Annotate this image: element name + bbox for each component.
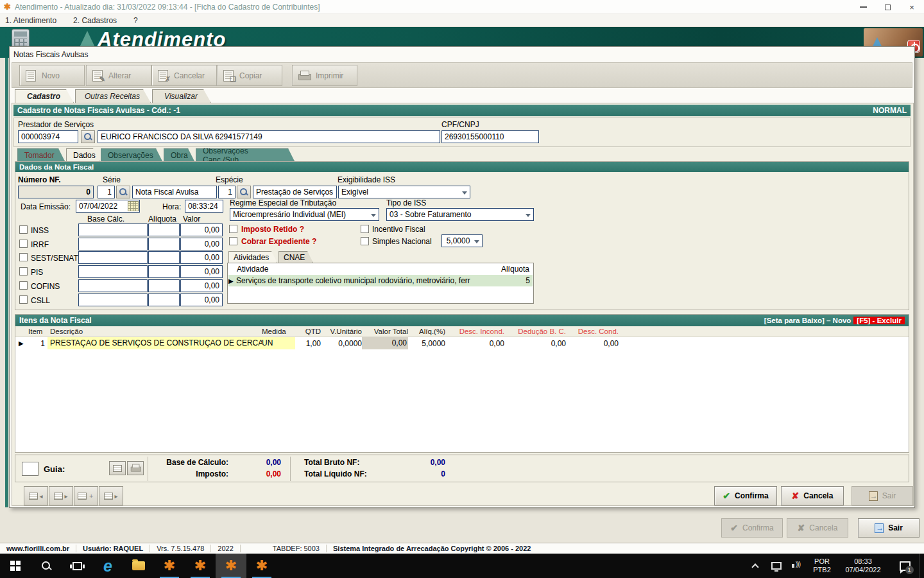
language-tray-button[interactable]: PORPTB2	[809, 554, 835, 578]
record-last-button[interactable]: ▸	[99, 486, 123, 505]
especie-field[interactable]: 1	[218, 186, 235, 198]
internet-explorer-button[interactable]: e	[92, 554, 123, 578]
csll-checkbox[interactable]	[19, 295, 28, 304]
irrf-checkbox[interactable]	[19, 240, 28, 248]
parent-cancela-button[interactable]: ✘ Cancela	[787, 518, 848, 538]
serie-search-button[interactable]	[116, 186, 130, 198]
imprimir-button[interactable]: Imprimir	[292, 65, 357, 86]
pis-valor-field[interactable]: 0,00	[180, 265, 223, 278]
imposto-retido-checkbox[interactable]	[229, 225, 237, 233]
cofins-valor-field[interactable]: 0,00	[180, 279, 223, 292]
file-explorer-button[interactable]	[123, 554, 154, 578]
irrf-base-field[interactable]	[78, 238, 148, 250]
taskbar-search-button[interactable]	[31, 554, 62, 578]
cancelar-button[interactable]: ✗ Cancelar	[151, 65, 217, 86]
prestador-name-field[interactable]: EURICO FRANCISCO DA SILVA 62941577149	[98, 130, 440, 143]
irrf-aliq-field[interactable]	[148, 238, 180, 250]
tab-cadastro[interactable]: Cadastro	[15, 89, 74, 103]
tab-outras-receitas[interactable]: Outras Receitas	[75, 89, 151, 103]
irrf-valor-field[interactable]: 0,00	[180, 238, 223, 250]
regime-select[interactable]: Microempresário Individual (MEI)	[230, 208, 379, 221]
especie-search-button[interactable]	[237, 186, 251, 198]
especie-desc-field[interactable]: Prestação de Serviços	[253, 186, 337, 198]
inss-valor-field[interactable]: 0,00	[180, 223, 223, 236]
simples-aliquota-select[interactable]: 5,0000	[441, 234, 483, 247]
notification-center-button[interactable]: 1	[891, 554, 919, 578]
parent-confirma-button[interactable]: ✔ Confirma	[721, 518, 783, 538]
inss-base-field[interactable]	[78, 223, 148, 236]
fiorilli-app-4-button[interactable]: ✱	[246, 554, 277, 578]
tab-cnae[interactable]: CNAE	[278, 251, 313, 263]
tab-obra[interactable]: Obra	[164, 148, 194, 161]
sest-base-field[interactable]	[78, 251, 148, 264]
guia-checkbox[interactable]	[22, 462, 38, 476]
exigibilidade-select[interactable]: Exigível	[338, 186, 470, 198]
cofins-checkbox[interactable]	[19, 281, 28, 290]
tab-observacoes-canc[interactable]: Observações Canc./Sub.	[196, 148, 295, 161]
sest-checkbox[interactable]	[19, 253, 28, 261]
serie-field[interactable]: 1	[98, 186, 115, 198]
item-row[interactable]: ▶ 1 PRESTAÇAO DE SERVIÇOS DE CONSTRUÇAO …	[15, 337, 909, 349]
copiar-button[interactable]: ❏ Copiar	[217, 65, 282, 86]
data-emissao-field[interactable]: 07/04/2022	[76, 200, 140, 213]
serie-desc-field[interactable]: Nota Fiscal Avulsa	[132, 186, 217, 198]
hora-field[interactable]: 08:33:24	[185, 200, 223, 213]
alterar-button[interactable]: ✎ Alterar	[86, 65, 151, 86]
confirma-button[interactable]: ✔ Confirma	[714, 486, 777, 505]
cofins-aliq-field[interactable]	[148, 279, 180, 292]
sest-label: SEST/SENAT	[31, 254, 78, 263]
volume-tray-button[interactable]	[787, 554, 809, 578]
atividade-row[interactable]: ▶ Serviços de transporte coletivo munici…	[228, 275, 533, 286]
tab-observacoes[interactable]: Observações	[101, 148, 162, 161]
maximize-button[interactable]	[875, 0, 900, 14]
menu-help[interactable]: ?	[133, 16, 138, 25]
calendar-icon[interactable]	[128, 201, 139, 211]
cobrar-expediente-checkbox[interactable]	[229, 237, 237, 245]
simples-checkbox[interactable]	[361, 237, 369, 245]
sest-valor-field[interactable]: 0,00	[180, 251, 223, 264]
inss-checkbox[interactable]	[19, 225, 28, 234]
novo-button[interactable]: Novo	[19, 65, 85, 86]
fiorilli-app-2-button[interactable]: ✱	[185, 554, 216, 578]
record-prev-button[interactable]: ▸	[49, 486, 73, 505]
fiorilli-app-1-button[interactable]: ✱	[154, 554, 185, 578]
task-view-button[interactable]	[62, 554, 92, 578]
prestador-search-button[interactable]	[81, 130, 95, 143]
fiorilli-app-icon: ✱	[256, 559, 268, 573]
menu-atendimento[interactable]: 1. Atendimento	[5, 16, 56, 25]
tab-dados[interactable]: Dados	[66, 148, 99, 161]
pis-aliq-field[interactable]	[148, 265, 180, 278]
tipo-iss-select[interactable]: 03 - Sobre Faturamento	[386, 208, 534, 221]
tab-visualizar[interactable]: Visualizar	[152, 89, 211, 103]
minimize-button[interactable]	[851, 0, 875, 14]
pis-base-field[interactable]	[78, 265, 148, 278]
csll-base-field[interactable]	[78, 293, 148, 306]
tab-tomador[interactable]: Tomador	[17, 148, 65, 161]
inss-aliq-field[interactable]	[148, 223, 180, 236]
guia-preview-button[interactable]	[127, 461, 144, 475]
tray-expand-button[interactable]	[744, 554, 766, 578]
show-desktop-button[interactable]	[919, 554, 924, 578]
pis-checkbox[interactable]	[19, 267, 28, 276]
cofins-base-field[interactable]	[78, 279, 148, 292]
numero-nf-field[interactable]: 0	[18, 186, 94, 198]
start-button[interactable]	[0, 554, 31, 578]
parent-sair-button[interactable]: Sair	[858, 518, 920, 538]
clock-tray-button[interactable]: 08:3307/04/2022	[835, 554, 891, 578]
incentivo-checkbox[interactable]	[361, 225, 369, 233]
guia-print-button[interactable]	[109, 461, 126, 475]
record-first-button[interactable]: ◂	[24, 486, 48, 505]
close-button[interactable]: ×	[900, 0, 924, 14]
sest-aliq-field[interactable]	[148, 251, 180, 264]
cpf-field[interactable]: 26930155000110	[441, 130, 539, 143]
tab-atividades[interactable]: Atividades	[228, 251, 277, 263]
sair-button[interactable]: Sair	[851, 486, 913, 505]
csll-aliq-field[interactable]	[148, 293, 180, 306]
cancela-button[interactable]: ✘ Cancela	[781, 486, 844, 505]
record-insert-button[interactable]: ＋	[74, 486, 98, 505]
csll-valor-field[interactable]: 0,00	[180, 293, 223, 306]
prestador-code-field[interactable]: 000003974	[18, 130, 78, 143]
network-tray-button[interactable]	[766, 554, 787, 578]
fiorilli-app-3-button[interactable]: ✱	[216, 554, 246, 578]
menu-cadastros[interactable]: 2. Cadastros	[73, 16, 117, 25]
